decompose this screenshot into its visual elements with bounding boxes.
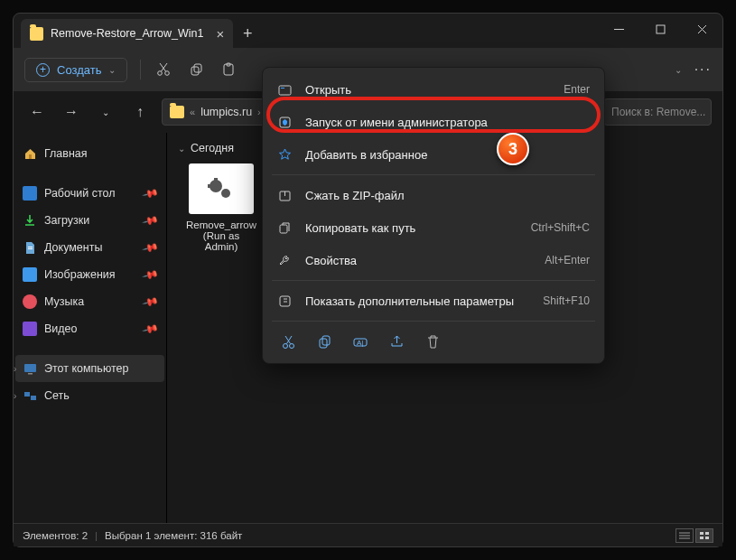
sidebar-label: Изображения	[44, 268, 116, 281]
sidebar-thispc[interactable]: › Этот компьютер	[15, 355, 164, 382]
svg-rect-12	[29, 154, 32, 159]
ctx-label: Запуск от имени администратора	[305, 116, 488, 129]
svg-rect-28	[700, 537, 703, 539]
ctx-label: Добавить в избранное	[305, 148, 427, 162]
context-menu: Открыть Enter Запуск от имени администра…	[262, 67, 605, 364]
create-button[interactable]: + Создать ⌄	[24, 58, 127, 82]
chevron-down-icon[interactable]: ⌄	[675, 65, 682, 75]
ctx-label: Копировать как путь	[305, 221, 415, 235]
sidebar-video[interactable]: Видео 📌	[15, 315, 164, 342]
svg-point-20	[221, 189, 230, 198]
sidebar-desktop[interactable]: Рабочий стол 📌	[15, 180, 164, 207]
copy-icon[interactable]	[186, 60, 206, 79]
active-tab[interactable]: Remove-Restore_Arrow_Win1 ×	[21, 19, 233, 48]
download-icon	[23, 213, 37, 228]
copy-icon[interactable]	[315, 332, 333, 350]
sidebar-home[interactable]: Главная	[15, 140, 164, 167]
chevron-right-icon[interactable]: ›	[14, 391, 16, 401]
cut-icon[interactable]	[154, 60, 173, 79]
svg-rect-18	[31, 396, 36, 400]
pin-icon: 📌	[142, 293, 160, 311]
forward-button[interactable]: →	[59, 104, 84, 120]
ctx-separator	[272, 321, 595, 322]
view-grid-button[interactable]	[695, 528, 713, 543]
ctx-label: Показать дополнительные параметры	[305, 294, 514, 308]
shield-icon	[277, 115, 293, 130]
home-icon	[23, 146, 37, 161]
sidebar-images[interactable]: Изображения 📌	[15, 261, 164, 288]
svg-rect-27	[705, 532, 709, 535]
share-icon[interactable]	[387, 332, 405, 350]
star-icon	[277, 147, 293, 163]
file-item[interactable]: Remove_arrow (Run as Admin)	[178, 163, 265, 252]
view-list-button[interactable]	[675, 528, 694, 543]
pin-icon: 📌	[142, 211, 160, 229]
ctx-properties[interactable]: Свойства Alt+Enter	[263, 244, 604, 276]
svg-rect-21	[214, 178, 218, 182]
search-placeholder: Поиск в: Remove...	[611, 106, 705, 118]
new-tab-button[interactable]: +	[233, 19, 262, 48]
svg-rect-35	[280, 225, 287, 233]
svg-rect-13	[28, 247, 33, 247]
svg-rect-1	[657, 25, 665, 33]
chevron-icon: «	[190, 107, 195, 117]
pin-icon: 📌	[142, 266, 160, 284]
sidebar-label: Этот компьютер	[44, 362, 128, 375]
svg-text:A|: A|	[357, 339, 363, 347]
pin-icon: 📌	[142, 320, 160, 338]
close-button[interactable]	[681, 14, 722, 44]
chevron-right-icon: ›	[257, 107, 261, 117]
rename-icon[interactable]: A|	[351, 332, 369, 350]
svg-rect-22	[208, 184, 211, 188]
ctx-copy-path[interactable]: Копировать как путь Ctrl+Shift+C	[263, 211, 604, 244]
ctx-open[interactable]: Открыть Enter	[263, 73, 604, 106]
sidebar-music[interactable]: Музыка 📌	[15, 288, 164, 315]
ctx-favorite[interactable]: Добавить в избранное	[263, 138, 604, 171]
minimize-button[interactable]	[598, 14, 639, 44]
ctx-shortcut: Shift+F10	[543, 294, 590, 307]
up-button[interactable]: ↑	[127, 104, 153, 120]
svg-rect-15	[24, 364, 36, 372]
ctx-more-options[interactable]: Показать дополнительные параметры Shift+…	[263, 285, 604, 317]
folder-icon	[30, 27, 43, 41]
more-button[interactable]: ···	[694, 61, 712, 78]
more-icon	[277, 294, 293, 309]
svg-rect-8	[191, 67, 199, 75]
svg-rect-26	[700, 532, 703, 535]
video-icon	[23, 322, 37, 336]
svg-rect-29	[705, 537, 709, 539]
maximize-button[interactable]	[639, 14, 681, 44]
network-icon	[23, 388, 37, 403]
svg-point-37	[283, 343, 287, 348]
ctx-shortcut: Enter	[564, 83, 590, 96]
create-label: Создать	[57, 63, 101, 77]
cut-icon[interactable]	[279, 332, 297, 350]
svg-point-19	[210, 180, 222, 192]
svg-rect-14	[28, 248, 33, 249]
ctx-zip[interactable]: Сжать в ZIP-файл	[263, 179, 604, 211]
delete-icon[interactable]	[424, 332, 442, 350]
sidebar-downloads[interactable]: Загрузки 📌	[15, 207, 164, 234]
svg-rect-9	[194, 64, 201, 72]
search-input[interactable]: Поиск в: Remove...	[603, 98, 712, 126]
ctx-label: Открыть	[305, 83, 351, 97]
ctx-label: Сжать в ZIP-файл	[305, 189, 405, 202]
status-count: Элементов: 2	[23, 530, 88, 541]
file-name-line: Remove_arrow	[178, 219, 265, 230]
document-icon	[23, 240, 37, 255]
breadcrumb-seg[interactable]: lumpics.ru	[200, 106, 252, 118]
ctx-runas-admin[interactable]: Запуск от имени администратора	[263, 106, 604, 138]
close-tab-icon[interactable]: ×	[217, 26, 225, 42]
sidebar-network[interactable]: › Сеть	[15, 382, 164, 409]
paste-icon[interactable]	[219, 60, 238, 79]
chevron-down-icon[interactable]: ⌄	[93, 107, 118, 117]
ctx-separator	[272, 174, 595, 175]
chevron-right-icon[interactable]: ›	[14, 364, 16, 374]
svg-rect-42	[322, 336, 330, 345]
desktop-icon	[23, 186, 37, 201]
window-controls	[598, 14, 722, 44]
back-button[interactable]: ←	[24, 104, 50, 120]
svg-rect-41	[320, 339, 327, 348]
sidebar-documents[interactable]: Документы 📌	[15, 234, 164, 261]
svg-line-6	[162, 63, 168, 71]
